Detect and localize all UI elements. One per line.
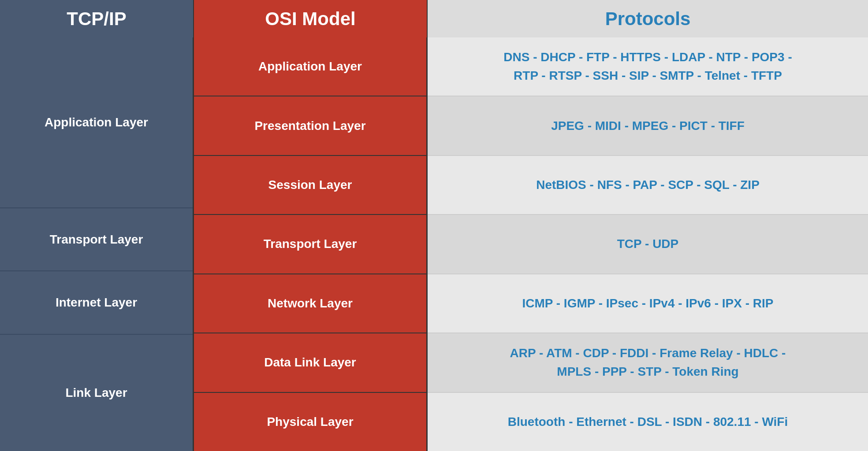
tcpip-application-layer: Application Layer bbox=[0, 37, 193, 208]
header-tcpip-label: TCP/IP bbox=[67, 8, 126, 30]
osi-network-layer-label: Network Layer bbox=[268, 296, 353, 311]
protocol-physical: Bluetooth - Ethernet - DSL - ISDN - 802.… bbox=[428, 393, 868, 451]
protocol-network: ICMP - IGMP - IPsec - IPv4 - IPv6 - IPX … bbox=[428, 274, 868, 333]
protocol-session: NetBIOS - NFS - PAP - SCP - SQL - ZIP bbox=[428, 156, 868, 215]
osi-datalink-layer-label: Data Link Layer bbox=[264, 355, 356, 370]
tcpip-transport-layer-label: Transport Layer bbox=[50, 233, 143, 247]
tcpip-application-layer-label: Application Layer bbox=[45, 115, 148, 129]
osi-column: Application Layer Presentation Layer Ses… bbox=[194, 37, 428, 451]
osi-application-layer-label: Application Layer bbox=[258, 59, 362, 74]
tcpip-internet-layer: Internet Layer bbox=[0, 271, 193, 335]
protocol-transport-text: TCP - UDP bbox=[617, 235, 679, 253]
osi-session-layer-label: Session Layer bbox=[268, 178, 352, 192]
protocol-datalink-text: ARP - ATM - CDP - FDDI - Frame Relay - H… bbox=[510, 344, 786, 381]
osi-session-layer: Session Layer bbox=[194, 156, 426, 215]
osi-presentation-layer-label: Presentation Layer bbox=[254, 119, 365, 133]
protocol-transport: TCP - UDP bbox=[428, 215, 868, 274]
osi-transport-layer: Transport Layer bbox=[194, 215, 426, 274]
osi-physical-layer: Physical Layer bbox=[194, 393, 426, 451]
protocols-column: DNS - DHCP - FTP - HTTPS - LDAP - NTP - … bbox=[428, 37, 868, 451]
protocol-presentation: JPEG - MIDI - MPEG - PICT - TIFF bbox=[428, 96, 868, 155]
osi-presentation-layer: Presentation Layer bbox=[194, 96, 426, 155]
tcpip-link-layer-label: Link Layer bbox=[65, 386, 127, 400]
protocol-session-text: NetBIOS - NFS - PAP - SCP - SQL - ZIP bbox=[536, 176, 760, 194]
header-row: TCP/IP OSI Model Protocols bbox=[0, 0, 868, 37]
tcpip-link-layer: Link Layer bbox=[0, 335, 193, 451]
header-protocols: Protocols bbox=[428, 0, 868, 37]
protocol-presentation-text: JPEG - MIDI - MPEG - PICT - TIFF bbox=[551, 117, 745, 135]
osi-application-layer: Application Layer bbox=[194, 37, 426, 96]
protocol-network-text: ICMP - IGMP - IPsec - IPv4 - IPv6 - IPX … bbox=[522, 294, 773, 313]
osi-physical-layer-label: Physical Layer bbox=[267, 415, 353, 429]
protocol-datalink: ARP - ATM - CDP - FDDI - Frame Relay - H… bbox=[428, 333, 868, 392]
tcpip-transport-layer: Transport Layer bbox=[0, 208, 193, 272]
osi-datalink-layer: Data Link Layer bbox=[194, 333, 426, 392]
protocol-physical-text: Bluetooth - Ethernet - DSL - ISDN - 802.… bbox=[508, 413, 788, 431]
tcpip-internet-layer-label: Internet Layer bbox=[56, 296, 137, 310]
osi-transport-layer-label: Transport Layer bbox=[264, 237, 357, 251]
header-protocols-label: Protocols bbox=[605, 8, 691, 30]
header-osi: OSI Model bbox=[194, 0, 428, 37]
tcpip-column: Application Layer Transport Layer Intern… bbox=[0, 37, 194, 451]
main-table: TCP/IP OSI Model Protocols Application L… bbox=[0, 0, 868, 451]
table-body: Application Layer Transport Layer Intern… bbox=[0, 37, 868, 451]
header-osi-label: OSI Model bbox=[265, 8, 355, 30]
protocol-application-text: DNS - DHCP - FTP - HTTPS - LDAP - NTP - … bbox=[503, 48, 792, 85]
protocol-application: DNS - DHCP - FTP - HTTPS - LDAP - NTP - … bbox=[428, 37, 868, 96]
osi-network-layer: Network Layer bbox=[194, 274, 426, 333]
header-tcpip: TCP/IP bbox=[0, 0, 194, 37]
